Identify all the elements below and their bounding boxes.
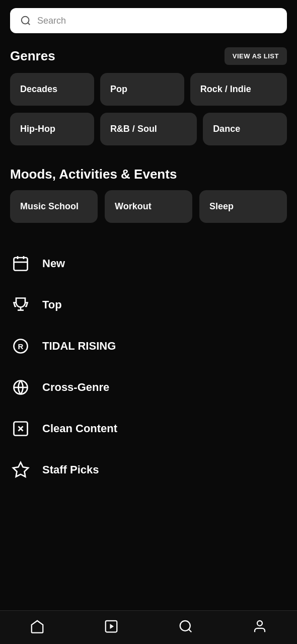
top-label: Top: [42, 298, 62, 311]
clean-content-icon: [10, 418, 31, 439]
list-item-cross-genre[interactable]: Cross-Genre: [10, 367, 287, 408]
mood-sleep[interactable]: Sleep: [199, 190, 287, 223]
nav-home[interactable]: [0, 619, 75, 634]
genre-dance[interactable]: Dance: [203, 113, 287, 145]
svg-line-17: [189, 629, 191, 632]
genres-title: Genres: [10, 48, 55, 64]
search-icon: [20, 15, 31, 26]
calendar-icon: [10, 253, 31, 274]
trophy-icon: [10, 294, 31, 315]
bottom-nav: [0, 610, 297, 644]
genre-decades[interactable]: Decades: [10, 73, 94, 106]
list-item-top[interactable]: Top: [10, 284, 287, 326]
moods-section: Moods, Activities & Events Music School …: [0, 160, 297, 223]
mood-workout[interactable]: Workout: [105, 190, 192, 223]
mood-music-school[interactable]: Music School: [10, 190, 98, 223]
moods-row: Music School Workout Sleep: [0, 190, 297, 223]
list-item-tidal-rising[interactable]: R TIDAL RISING: [10, 326, 287, 367]
genre-row-2: Hip-Hop R&B / Soul Dance: [0, 113, 297, 145]
genre-hiphop[interactable]: Hip-Hop: [10, 113, 94, 145]
svg-rect-2: [14, 258, 28, 271]
search-placeholder: Search: [37, 16, 66, 26]
search-bar[interactable]: Search: [10, 8, 287, 33]
svg-point-16: [180, 621, 190, 631]
nav-search[interactable]: [148, 619, 223, 634]
nav-profile[interactable]: [223, 619, 298, 634]
staff-picks-label: Staff Picks: [42, 463, 99, 476]
tidal-rising-label: TIDAL RISING: [42, 340, 116, 353]
new-label: New: [42, 257, 65, 270]
nav-play[interactable]: [75, 619, 149, 634]
star-icon: [10, 459, 31, 480]
cross-genre-icon: [10, 377, 31, 398]
genres-header: Genres VIEW AS LIST: [0, 41, 297, 73]
view-as-list-button[interactable]: VIEW AS LIST: [225, 47, 287, 65]
svg-line-1: [28, 23, 30, 25]
svg-marker-15: [110, 624, 114, 629]
list-section: New Top R TIDAL: [0, 243, 297, 491]
genre-rnb-soul[interactable]: R&B / Soul: [100, 113, 197, 145]
svg-point-0: [22, 17, 29, 24]
genre-rock-indie[interactable]: Rock / Indie: [190, 73, 287, 106]
svg-marker-13: [13, 462, 28, 477]
svg-point-18: [257, 621, 262, 626]
moods-title: Moods, Activities & Events: [10, 167, 177, 182]
clean-content-label: Clean Content: [42, 422, 117, 435]
genre-row-1: Decades Pop Rock / Indie: [0, 73, 297, 106]
tidal-rising-icon: R: [10, 336, 31, 357]
cross-genre-label: Cross-Genre: [42, 381, 109, 394]
list-item-new[interactable]: New: [10, 243, 287, 284]
genre-pop[interactable]: Pop: [100, 73, 184, 106]
svg-text:R: R: [18, 342, 24, 351]
moods-header: Moods, Activities & Events: [0, 160, 297, 190]
list-item-clean-content[interactable]: Clean Content: [10, 408, 287, 449]
list-item-staff-picks[interactable]: Staff Picks: [10, 449, 287, 491]
